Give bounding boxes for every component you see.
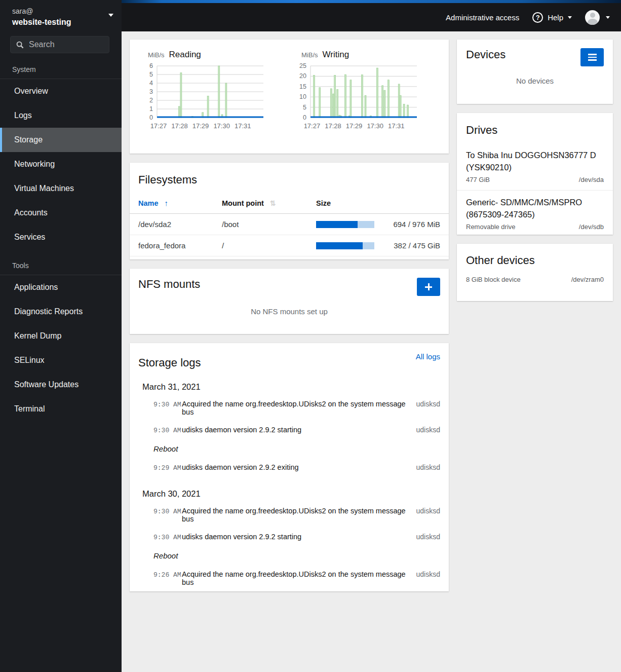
log-time: 9:30 AM: [153, 508, 182, 515]
drive-entry[interactable]: Generic- SD/MMC/MS/MSPRO (8675309-247365…: [457, 190, 613, 237]
usage-charts-card: MiB/s Reading 012345617:2717:2817:2917:3…: [130, 40, 449, 154]
sidebar-item-logs[interactable]: Logs: [0, 103, 122, 128]
usage-progress-bar: [316, 221, 374, 228]
administrative-access-button[interactable]: Administrative access: [446, 13, 519, 22]
devices-menu-button[interactable]: [580, 48, 604, 66]
svg-text:17:27: 17:27: [304, 122, 321, 130]
svg-text:25: 25: [299, 62, 306, 69]
log-entry-row[interactable]: 9:29 AMudisks daemon version 2.9.2 exiti…: [130, 458, 449, 476]
sort-both-icon: [264, 199, 276, 207]
log-time: 9:30 AM: [153, 534, 182, 541]
svg-text:17:29: 17:29: [192, 122, 209, 130]
svg-text:17:30: 17:30: [367, 122, 383, 130]
sidebar-item-kernel-dump[interactable]: Kernel Dump: [0, 324, 122, 348]
sidebar-item-virtual-machines[interactable]: Virtual Machines: [0, 176, 122, 201]
svg-text:5: 5: [303, 104, 306, 111]
sort-ascending-icon: [159, 199, 169, 207]
svg-text:17:28: 17:28: [171, 122, 188, 130]
svg-text:17:27: 17:27: [150, 122, 167, 130]
sidebar-item-software-updates[interactable]: Software Updates: [0, 372, 122, 397]
filesystem-row[interactable]: /dev/sda2/boot694 / 976 MiB: [130, 214, 449, 235]
log-entry-row[interactable]: 9:26 AMudisks daemon version 2.9.2 start…: [130, 591, 449, 591]
masthead: Administrative access Help: [122, 0, 621, 31]
log-time: 9:29 AM: [153, 464, 182, 472]
storage-page: MiB/s Reading 012345617:2717:2817:2917:3…: [122, 31, 621, 672]
nfs-mounts-card: NFS mounts No NFS mounts set up: [130, 269, 449, 334]
host-selector[interactable]: sara@ website-testing: [0, 0, 122, 35]
sidebar-item-accounts[interactable]: Accounts: [0, 201, 122, 225]
reading-chart: 012345617:2717:2817:2917:3017:31: [137, 62, 290, 135]
log-service: udisksd: [416, 400, 440, 408]
log-date-heading: March 31, 2021: [142, 382, 449, 392]
svg-text:6: 6: [149, 62, 153, 69]
other-devices-title: Other devices: [466, 254, 604, 267]
log-entry-row[interactable]: 9:30 AMudisks daemon version 2.9.2 start…: [130, 421, 449, 439]
writing-chart-group: MiB/s Writing 051015202517:2717:2817:291…: [290, 50, 444, 154]
chevron-down-icon: [606, 16, 610, 19]
drive-detail: 477 GiB: [466, 176, 490, 183]
host-name-label: website-testing: [12, 17, 113, 28]
sidebar-item-diagnostic-reports[interactable]: Diagnostic Reports: [0, 300, 122, 324]
log-time: 9:26 AM: [153, 571, 182, 579]
log-message: Acquired the name org.freedesktop.UDisks…: [182, 507, 416, 523]
help-menu[interactable]: Help: [532, 12, 572, 23]
sidebar-item-selinux[interactable]: SELinux: [0, 348, 122, 372]
search-input[interactable]: [29, 40, 103, 49]
reading-chart-group: MiB/s Reading 012345617:2717:2817:2917:3…: [137, 50, 290, 154]
log-reboot-row: Reboot: [130, 546, 449, 565]
svg-text:15: 15: [299, 83, 306, 90]
sidebar-item-overview[interactable]: Overview: [0, 79, 122, 103]
avatar: [585, 10, 600, 25]
log-entry-row[interactable]: 9:26 AMAcquired the name org.freedesktop…: [130, 565, 449, 591]
svg-text:17:31: 17:31: [235, 122, 251, 130]
sidebar-item-services[interactable]: Services: [0, 225, 122, 249]
drive-entry[interactable]: To Shiba Inu DOGGOHSN36777 D (YSK90210)4…: [457, 143, 613, 190]
log-message: udisks daemon version 2.9.2 starting: [182, 426, 416, 434]
log-message: udisks daemon version 2.9.2 exiting: [182, 463, 416, 471]
user-menu[interactable]: [585, 10, 610, 25]
host-user-label: sara@: [12, 6, 113, 17]
drive-path: /dev/sdb: [579, 223, 604, 231]
svg-text:10: 10: [299, 93, 306, 100]
writing-chart: 051015202517:2717:2817:2917:3017:31: [290, 62, 444, 135]
sort-header-mount-point[interactable]: Mount point: [222, 193, 316, 214]
reading-chart-unit: MiB/s: [148, 51, 165, 59]
sidebar-item-networking[interactable]: Networking: [0, 152, 122, 176]
other-device-entry[interactable]: 8 GiB block device/dev/zram0: [466, 276, 604, 283]
filesystem-row[interactable]: fedora_fedora/382 / 475 GiB: [130, 235, 449, 256]
sort-header-name[interactable]: Name: [130, 193, 222, 214]
reading-chart-title: Reading: [169, 50, 201, 60]
log-entry-row[interactable]: 9:30 AMudisks daemon version 2.9.2 start…: [130, 528, 449, 546]
drives-card: Drives To Shiba Inu DOGGOHSN36777 D (YSK…: [457, 113, 613, 235]
filesystem-name: fedora_fedora: [130, 235, 222, 256]
sidebar-item-terminal[interactable]: Terminal: [0, 397, 122, 421]
all-logs-link[interactable]: All logs: [416, 352, 440, 361]
log-reboot-row: Reboot: [130, 439, 449, 458]
help-label: Help: [548, 13, 563, 22]
filesystems-card: Filesystems Name Mount point Size /dev/s…: [130, 163, 449, 259]
filesystem-mount-point: /: [222, 235, 316, 256]
chevron-down-icon: [568, 16, 572, 19]
log-service: udisksd: [416, 426, 440, 434]
svg-text:0: 0: [303, 114, 306, 121]
menu-icon: [588, 54, 597, 61]
search-field[interactable]: [10, 36, 109, 53]
help-icon: [532, 12, 543, 23]
sidebar-item-storage[interactable]: Storage: [0, 128, 122, 152]
nav-section-system: System: [0, 53, 122, 79]
svg-text:4: 4: [149, 80, 153, 87]
svg-text:5: 5: [149, 71, 153, 78]
svg-text:20: 20: [299, 72, 306, 80]
filesystems-title: Filesystems: [130, 173, 449, 186]
column-header-size: Size: [316, 193, 449, 214]
log-message: udisks daemon version 2.9.2 starting: [182, 533, 416, 541]
sidebar-item-applications[interactable]: Applications: [0, 275, 122, 300]
other-device-path: /dev/zram0: [571, 276, 604, 283]
log-service: udisksd: [416, 463, 440, 471]
other-devices-card: Other devices 8 GiB block device/dev/zra…: [457, 244, 613, 301]
add-nfs-mount-button[interactable]: [417, 278, 440, 296]
log-entry-row[interactable]: 9:30 AMAcquired the name org.freedesktop…: [130, 502, 449, 528]
writing-chart-unit: MiB/s: [301, 51, 318, 59]
log-entry-row[interactable]: 9:30 AMAcquired the name org.freedesktop…: [130, 395, 449, 421]
log-service: udisksd: [416, 570, 440, 578]
